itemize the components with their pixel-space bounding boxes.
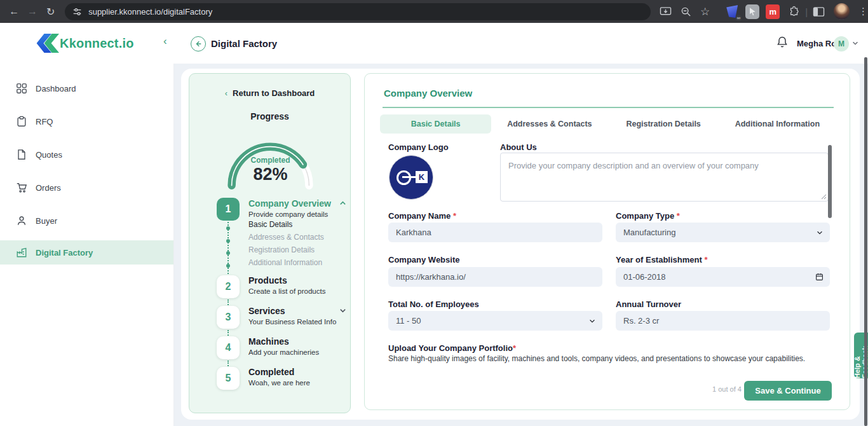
about-us-label: About Us xyxy=(500,142,537,152)
dashboard-icon xyxy=(16,83,27,94)
annual-turnover-input[interactable] xyxy=(616,311,830,331)
tab-addresses-contacts[interactable]: Addresses & Contacts xyxy=(494,114,605,134)
company-logo-label: Company Logo xyxy=(388,142,449,152)
user-avatar[interactable]: M xyxy=(834,36,849,52)
step-1[interactable]: Company Overview Provide company details xyxy=(248,198,344,218)
sidebar-item-orders[interactable]: Orders xyxy=(0,175,173,200)
calendar-icon xyxy=(815,273,824,281)
company-website-input[interactable] xyxy=(388,267,602,287)
notification-bell-icon[interactable] xyxy=(776,36,789,50)
buyer-person-icon xyxy=(16,215,27,226)
required-marker: * xyxy=(513,343,516,353)
step-1-collapse-icon[interactable] xyxy=(339,199,347,207)
step-2-number[interactable]: 2 xyxy=(217,275,240,298)
year-of-establishment-input[interactable]: 01-06-2018 xyxy=(616,267,830,287)
progress-title: Progress xyxy=(189,111,350,121)
step-4[interactable]: Machines Add your machineries xyxy=(248,336,344,356)
company-type-label: Company Type * xyxy=(616,211,680,221)
substep-dot xyxy=(226,226,230,230)
step-5-number[interactable]: 5 xyxy=(217,367,240,390)
employees-select[interactable]: 11 - 50 xyxy=(388,311,602,331)
extension-monday-icon[interactable]: m xyxy=(766,4,780,19)
progress-gauge: Completed 82% xyxy=(224,128,316,191)
company-logo-image[interactable]: K xyxy=(389,155,433,200)
sidebar-item-dashboard[interactable]: Dashboard xyxy=(0,76,173,100)
bookmark-star-icon[interactable]: ☆ xyxy=(700,5,710,18)
page-indicator: 1 out of 4 xyxy=(712,385,742,393)
tab-registration-details[interactable]: Registration Details xyxy=(608,114,719,134)
company-name-input[interactable] xyxy=(388,223,602,242)
side-panel-icon[interactable] xyxy=(813,6,825,17)
substep-addresses-contacts[interactable]: Addresses & Contacts xyxy=(248,233,324,242)
logo-letter: K xyxy=(416,171,428,183)
rfq-clipboard-icon xyxy=(16,116,27,127)
sidebar-nav: Dashboard RFQ Quotes Orders Buyer xyxy=(0,64,174,426)
step-connector-dotted xyxy=(227,299,229,305)
portfolio-description: Share high-quality images of facility, m… xyxy=(388,354,820,363)
url-text: supplier.kkonnect.io/digitalFactory xyxy=(88,7,212,17)
logo-text[interactable]: Kkonnect.io xyxy=(60,36,134,51)
company-type-select[interactable]: Manufacturing xyxy=(616,223,830,242)
tab-basic-details[interactable]: Basic Details xyxy=(380,114,491,134)
address-bar[interactable]: supplier.kkonnect.io/digitalFactory xyxy=(65,3,651,20)
step-5[interactable]: Completed Woah, we are here xyxy=(248,366,344,387)
return-to-dashboard-link[interactable]: ‹Return to Dashboard xyxy=(189,88,350,98)
substep-dot xyxy=(226,239,230,243)
step-3-number[interactable]: 3 xyxy=(217,306,240,329)
browser-profile-avatar[interactable] xyxy=(834,3,850,20)
company-name-label: Company Name * xyxy=(388,211,456,221)
employees-label: Total No. of Employees xyxy=(388,299,479,309)
step-2[interactable]: Products Create a list of products xyxy=(248,275,344,295)
extension-gray-icon[interactable] xyxy=(745,4,759,19)
substep-dot xyxy=(226,264,230,268)
page-title: Digital Factory xyxy=(211,38,277,49)
extension-blue-icon[interactable]: ∞ xyxy=(725,4,739,19)
company-overview-card: Company Overview Basic Details Addresses… xyxy=(364,73,850,410)
portfolio-label: Upload Your Company Portfolio* xyxy=(388,343,516,353)
substep-basic-details[interactable]: Basic Details xyxy=(248,220,292,229)
step-3[interactable]: Services Your Business Related Info xyxy=(248,305,350,326)
required-marker: * xyxy=(677,211,680,221)
step-3-expand-icon[interactable] xyxy=(339,306,347,315)
substep-additional-information[interactable]: Additional Information xyxy=(248,258,322,267)
kkonnect-logo-icon[interactable] xyxy=(35,34,57,53)
tab-additional-information[interactable]: Additional Information xyxy=(722,114,833,134)
orders-cart-icon xyxy=(16,182,27,193)
required-marker: * xyxy=(704,255,707,265)
sidebar-item-digital-factory[interactable]: Digital Factory xyxy=(0,240,173,265)
progress-panel: ‹Return to Dashboard Progress Completed … xyxy=(189,73,351,413)
sidebar-item-buyer[interactable]: Buyer xyxy=(0,209,173,233)
required-marker: * xyxy=(453,211,456,221)
extensions-puzzle-icon[interactable] xyxy=(789,6,800,17)
browser-menu-icon[interactable]: ⋮ xyxy=(858,6,868,17)
toolbar-separator: | xyxy=(805,6,808,17)
step-4-number[interactable]: 4 xyxy=(217,336,240,359)
about-us-textarea[interactable] xyxy=(500,153,829,202)
save-continue-button[interactable]: Save & Continue xyxy=(744,381,832,401)
form-scrollbar[interactable] xyxy=(828,145,832,218)
extension-badge: ∞ xyxy=(736,15,742,21)
browser-back-icon[interactable]: ← xyxy=(5,6,24,17)
screen-capture-icon[interactable] xyxy=(660,6,672,17)
quotes-document-icon xyxy=(16,149,27,160)
browser-reload-icon[interactable]: ↻ xyxy=(41,6,60,18)
textarea-resize-handle[interactable] xyxy=(821,194,827,200)
sidebar-item-rfq[interactable]: RFQ xyxy=(0,109,173,134)
app-header: Kkonnect.io ‹ Digital Factory Megha Roy … xyxy=(0,23,868,64)
chevron-down-icon xyxy=(816,229,824,237)
substep-dot xyxy=(226,251,230,255)
page-scrollbar[interactable] xyxy=(864,57,867,426)
chevron-down-icon xyxy=(588,317,596,325)
page-back-button[interactable] xyxy=(191,36,206,52)
gauge-percent: 82% xyxy=(224,165,316,184)
form-title: Company Overview xyxy=(384,88,472,99)
browser-forward-icon: → xyxy=(24,6,42,17)
step-connector-dotted xyxy=(227,361,229,366)
sidebar-item-quotes[interactable]: Quotes xyxy=(0,142,173,167)
user-menu-chevron-icon[interactable] xyxy=(851,39,859,47)
sidebar-collapse-icon[interactable]: ‹ xyxy=(163,35,167,48)
step-1-number[interactable]: 1 xyxy=(217,198,240,221)
site-settings-icon[interactable] xyxy=(72,7,82,17)
substep-registration-details[interactable]: Registration Details xyxy=(248,245,315,254)
zoom-out-icon[interactable] xyxy=(681,6,691,17)
